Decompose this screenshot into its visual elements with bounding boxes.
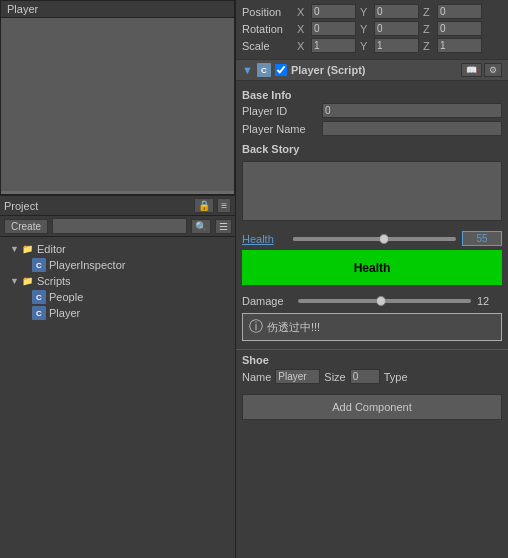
health-value-input[interactable] [462, 231, 502, 246]
transform-section: Position X Y Z Rotation X Y Z Scale X Y … [236, 0, 508, 59]
tree-item-editor[interactable]: ▼ 📁 Editor [2, 241, 233, 257]
tree-item-scripts[interactable]: ▼ 📁 Scripts [2, 273, 233, 289]
rotation-row: Rotation X Y Z [242, 21, 502, 36]
damage-row: Damage 12 [236, 293, 508, 309]
damage-slider-track[interactable] [298, 299, 471, 303]
warning-icon: ⓘ [249, 318, 263, 336]
search-icon[interactable]: 🔍 [191, 219, 211, 234]
scale-x-label: X [297, 40, 309, 52]
rotation-label: Rotation [242, 23, 297, 35]
scale-x-input[interactable] [311, 38, 356, 53]
editor-label: Editor [37, 243, 66, 255]
scene-view: Player [0, 0, 235, 195]
people-label: People [49, 291, 83, 303]
add-component-button[interactable]: Add Component [242, 394, 502, 420]
scale-y-label: Y [360, 40, 372, 52]
left-panel: Player Project 🔒 ≡ Create 🔍 ☰ ▼ 📁 Editor [0, 0, 235, 558]
tree-item-playerinspector[interactable]: C PlayerInspector [2, 257, 233, 273]
back-story-textarea[interactable] [242, 161, 502, 221]
script-component-header: ▼ C Player (Script) 📖 ⚙ [236, 59, 508, 81]
cs-icon-player: C [32, 306, 46, 320]
pos-y-label: Y [360, 6, 372, 18]
scale-row: Scale X Y Z [242, 38, 502, 53]
health-bar: Health [242, 250, 502, 285]
player-id-row: Player ID [236, 103, 508, 118]
shoe-title: Shoe [242, 354, 502, 366]
right-panel: Position X Y Z Rotation X Y Z Scale X Y … [235, 0, 508, 558]
back-story-header: Back Story [236, 139, 508, 157]
folder-icon-editor: 📁 [20, 242, 34, 256]
pos-z-label: Z [423, 6, 435, 18]
player-id-input[interactable] [322, 103, 502, 118]
scale-z-input[interactable] [437, 38, 482, 53]
tree-item-player[interactable]: C Player [2, 305, 233, 321]
rot-x-input[interactable] [311, 21, 356, 36]
script-title: Player (Script) [291, 64, 459, 76]
rot-y-label: Y [360, 23, 372, 35]
rot-z-label: Z [423, 23, 435, 35]
menu-icon[interactable]: ≡ [217, 198, 231, 213]
arrow-editor: ▼ [10, 244, 20, 254]
shoe-name-label: Name [242, 371, 271, 383]
pos-z-input[interactable] [437, 4, 482, 19]
pos-y-input[interactable] [374, 4, 419, 19]
shoe-type-label: Type [384, 371, 408, 383]
player-name-label: Player Name [242, 123, 322, 135]
position-row: Position X Y Z [242, 4, 502, 19]
project-toolbar: Create 🔍 ☰ [0, 216, 235, 237]
scale-z-label: Z [423, 40, 435, 52]
project-icons: 🔒 ≡ [194, 198, 231, 213]
shoe-row: Name Size Type [242, 369, 502, 384]
player-name-row: Player Name [236, 121, 508, 136]
playerinspector-label: PlayerInspector [49, 259, 125, 271]
scene-title-text: Player [7, 3, 38, 15]
scale-y-input[interactable] [374, 38, 419, 53]
base-info-header: Base Info [236, 85, 508, 103]
lock-icon[interactable]: 🔒 [194, 198, 214, 213]
warning-box: ⓘ 伤透过中!!! [242, 313, 502, 341]
damage-slider-thumb[interactable] [376, 296, 386, 306]
rot-z-input[interactable] [437, 21, 482, 36]
health-slider-thumb[interactable] [379, 234, 389, 244]
position-label: Position [242, 6, 297, 18]
script-checkbox[interactable] [275, 64, 287, 76]
project-title: Project [4, 200, 38, 212]
scene-content [1, 18, 234, 191]
health-label[interactable]: Health [242, 233, 287, 245]
tree-view: ▼ 📁 Editor C PlayerInspector ▼ 📁 Scripts… [0, 237, 235, 325]
shoe-section: Shoe Name Size Type [236, 349, 508, 388]
health-slider-track[interactable] [293, 237, 456, 241]
create-button[interactable]: Create [4, 219, 48, 234]
damage-label: Damage [242, 295, 292, 307]
shoe-size-input[interactable] [350, 369, 380, 384]
rot-x-label: X [297, 23, 309, 35]
player-name-input[interactable] [322, 121, 502, 136]
scripts-label: Scripts [37, 275, 71, 287]
cs-icon-people: C [32, 290, 46, 304]
pos-x-input[interactable] [311, 4, 356, 19]
damage-value: 12 [477, 295, 502, 307]
project-panel: Project 🔒 ≡ Create 🔍 ☰ ▼ 📁 Editor C Pl [0, 195, 235, 558]
filter-icon[interactable]: ☰ [215, 219, 232, 234]
search-input[interactable] [52, 218, 187, 234]
folder-icon-scripts: 📁 [20, 274, 34, 288]
arrow-icon: ▼ [242, 64, 253, 76]
cs-icon-playerinspector: C [32, 258, 46, 272]
health-slider-row: Health [236, 227, 508, 250]
script-c-icon: C [257, 63, 271, 77]
player-id-label: Player ID [242, 105, 322, 117]
scene-title: Player [1, 1, 234, 18]
scale-label: Scale [242, 40, 297, 52]
warning-text: 伤透过中!!! [267, 320, 320, 335]
project-title-bar: Project 🔒 ≡ [0, 196, 235, 216]
player-label: Player [49, 307, 80, 319]
script-book-btn[interactable]: 📖 [461, 63, 482, 77]
pos-x-label: X [297, 6, 309, 18]
tree-item-people[interactable]: C People [2, 289, 233, 305]
health-bar-text: Health [354, 261, 391, 275]
rot-y-input[interactable] [374, 21, 419, 36]
script-settings-btn[interactable]: ⚙ [484, 63, 502, 77]
shoe-name-input[interactable] [275, 369, 320, 384]
shoe-size-label: Size [324, 371, 345, 383]
arrow-scripts: ▼ [10, 276, 20, 286]
